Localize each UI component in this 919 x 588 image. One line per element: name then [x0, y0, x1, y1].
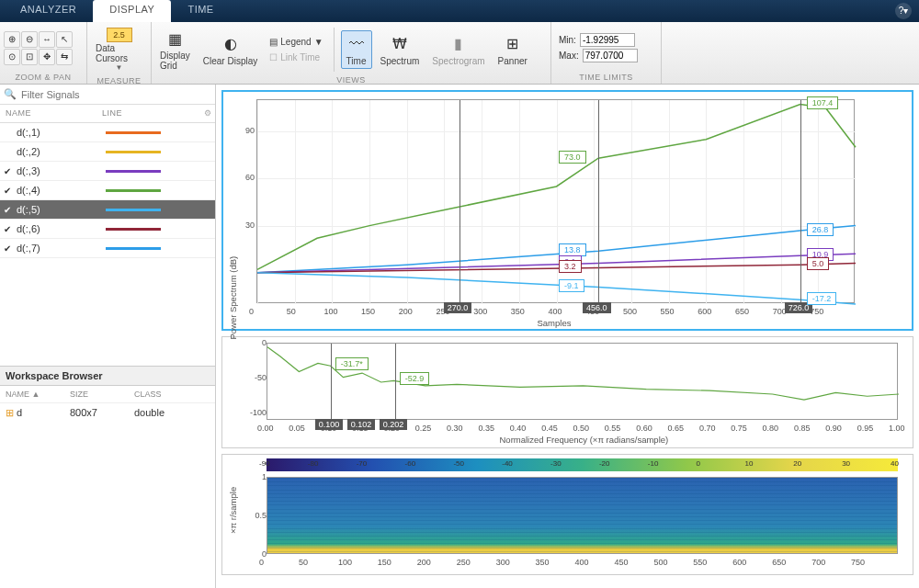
zoom-x-icon[interactable]: ↔: [39, 31, 55, 48]
signal-swatch: [96, 189, 215, 192]
col-line: LINE⚙: [96, 105, 215, 122]
workspace-title: Workspace Browser: [0, 367, 215, 386]
grid-icon: ▦: [164, 28, 186, 50]
pan-icon[interactable]: ✥: [39, 49, 55, 65]
time-icon: 〰: [346, 33, 368, 55]
time-view-button[interactable]: 〰 Time: [341, 30, 372, 69]
group-time-limits: TIME LIMITS: [555, 71, 657, 84]
col-name: NAME: [0, 105, 96, 122]
display-grid-button[interactable]: ▦ Display Grid: [155, 25, 195, 74]
signal-swatch: [96, 131, 215, 134]
filter-signals-input[interactable]: [19, 87, 211, 102]
help-icon[interactable]: ?▾: [895, 3, 912, 19]
spectrogram-icon: ▮: [448, 33, 470, 55]
min-label: Min:: [559, 35, 576, 45]
search-icon: 🔍: [4, 88, 17, 100]
signal-swatch: [96, 170, 215, 173]
signal-name: d(:,7): [15, 243, 96, 254]
spectrogram-chart[interactable]: -90-80-70-60-50-40-30-20-100102030400501…: [221, 454, 913, 575]
signal-row[interactable]: ✔ d(:,6): [0, 220, 215, 239]
signal-row[interactable]: ✔ d(:,4): [0, 181, 215, 200]
spectrogram-view-button[interactable]: ▮ Spectrogram: [427, 30, 489, 69]
signal-name: d(:,4): [15, 185, 96, 196]
signal-swatch: [96, 247, 215, 250]
signal-swatch: [96, 209, 215, 211]
signal-name: d(:,3): [15, 165, 96, 176]
signal-checkbox[interactable]: ✔: [0, 186, 15, 196]
signal-name: d(:,2): [15, 146, 96, 157]
cursor-icon: 2.5: [107, 28, 132, 42]
signal-row[interactable]: d(:,1): [0, 123, 215, 142]
tab-analyzer[interactable]: ANALYZER: [4, 0, 93, 22]
signal-swatch: [96, 151, 215, 153]
tab-time[interactable]: TIME: [171, 0, 230, 22]
signal-row[interactable]: ✔ d(:,5): [0, 200, 215, 220]
signal-name: d(:,1): [15, 127, 96, 138]
max-label: Max:: [559, 51, 579, 61]
signal-row[interactable]: ✔ d(:,7): [0, 239, 215, 258]
link-pan-icon[interactable]: ⇆: [56, 49, 73, 65]
group-zoom-pan: ZOOM & PAN: [4, 71, 83, 84]
panner-view-button[interactable]: ⊞ Panner: [494, 30, 532, 69]
gear-icon[interactable]: ⚙: [204, 108, 212, 118]
time-chart[interactable]: 3060900501001502002503003504004505005506…: [221, 90, 913, 331]
fit-icon[interactable]: ⊡: [21, 49, 38, 65]
min-input[interactable]: [580, 33, 635, 47]
panner-icon: ⊞: [502, 33, 524, 55]
ws-col-class: CLASS: [134, 390, 162, 399]
signal-name: d(:,5): [15, 204, 96, 215]
spectrum-chart[interactable]: -100-5000.000.050.100.150.200.250.300.35…: [221, 336, 913, 448]
clear-icon: ◐: [220, 33, 242, 55]
zoom-reset-icon[interactable]: ⊙: [4, 49, 20, 65]
signal-checkbox[interactable]: ✔: [0, 224, 15, 234]
signal-row[interactable]: d(:,2): [0, 142, 215, 162]
signal-row[interactable]: ✔ d(:,3): [0, 162, 215, 181]
clear-display-button[interactable]: ◐ Clear Display: [199, 30, 262, 69]
zoom-out-icon[interactable]: ⊖: [21, 31, 38, 48]
pointer-icon[interactable]: ↖: [56, 31, 73, 48]
max-input[interactable]: [583, 49, 638, 62]
tab-display[interactable]: DISPLAY: [93, 0, 171, 22]
ws-col-size: SIZE: [70, 390, 134, 399]
spectrum-view-button[interactable]: ₩ Spectrum: [376, 30, 425, 69]
signal-swatch: [96, 228, 215, 231]
signal-checkbox[interactable]: ✔: [0, 243, 15, 254]
signal-checkbox[interactable]: ✔: [0, 166, 15, 176]
zoom-in-icon[interactable]: ⊕: [4, 31, 20, 48]
ws-col-name[interactable]: NAME ▲: [6, 390, 70, 399]
data-cursors-button[interactable]: 2.5 Data Cursors ▼: [91, 25, 147, 74]
link-time-button[interactable]: ☐ Link Time: [266, 51, 326, 64]
workspace-row[interactable]: ⊞ d800x7double: [0, 403, 215, 423]
spectrum-icon: ₩: [389, 33, 411, 55]
signal-checkbox[interactable]: ✔: [0, 205, 15, 215]
legend-button[interactable]: ▤ Legend ▼: [266, 35, 326, 49]
signal-name: d(:,6): [15, 223, 96, 234]
